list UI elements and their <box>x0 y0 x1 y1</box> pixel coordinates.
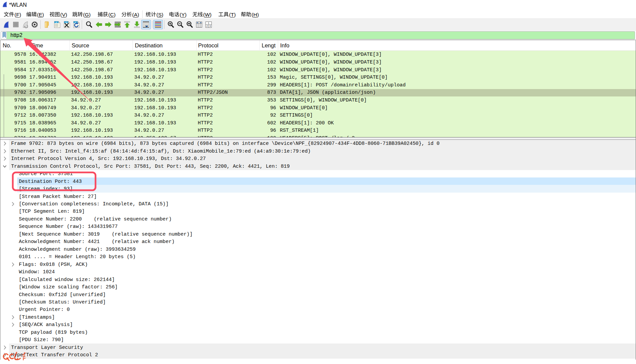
svg-text:2: 2 <box>207 25 208 28</box>
svg-text:3: 3 <box>210 25 211 28</box>
svg-text:1: 1 <box>208 22 209 25</box>
